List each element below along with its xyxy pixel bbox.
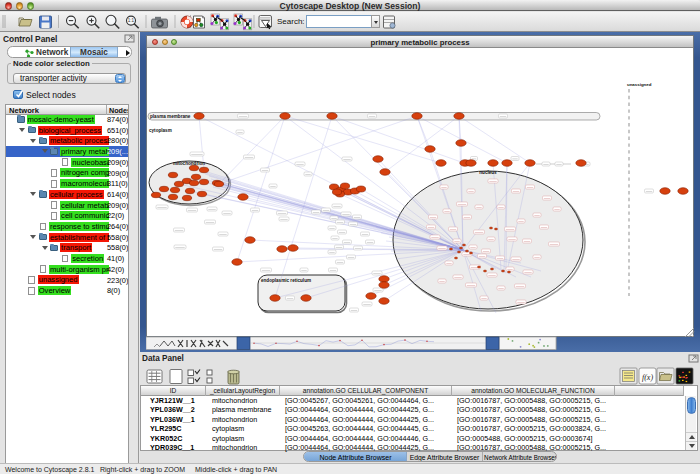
svg-text:f(x): f(x) [642, 373, 653, 382]
